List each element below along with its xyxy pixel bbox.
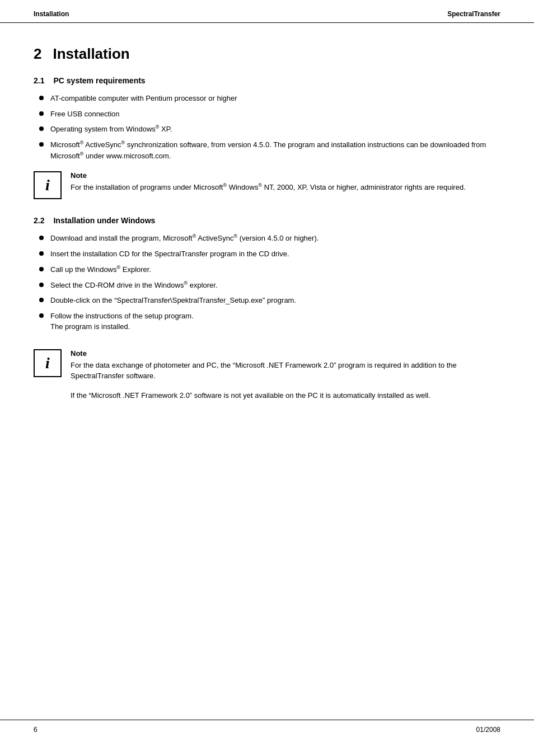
bullet-icon [39, 267, 44, 271]
note-2-text-2: If the “Microsoft .NET Framework 2.0” so… [71, 390, 500, 401]
bullet-icon [39, 126, 44, 131]
info-icon: i [34, 171, 62, 199]
header-left: Installation [34, 10, 69, 18]
bullet-icon [39, 298, 44, 302]
page: Installation SpectralTransfer 2Installat… [0, 0, 534, 756]
bullet-icon [39, 236, 44, 240]
bullet-text: AT-compatible computer with Pentium proc… [50, 93, 500, 104]
list-item: Insert the installation CD for the Spect… [39, 248, 500, 260]
list-item: Call up the Windows® Explorer. [39, 264, 500, 275]
section-2-1-title: 2.1PC system requirements [34, 76, 500, 85]
bullet-icon [39, 142, 44, 147]
section-2-2-title-text: Installation under Windows [53, 216, 155, 225]
bullet-text: Follow the instructions of the setup pro… [50, 311, 500, 332]
page-footer: 6 01/2008 [0, 720, 534, 739]
bullet-text: Microsoft® ActiveSync® synchronization s… [50, 139, 500, 162]
section-2-2-title: 2.2Installation under Windows [34, 216, 500, 225]
bullet-icon [39, 283, 44, 287]
list-item: Download and install the program, Micros… [39, 233, 500, 244]
bullet-text: Double-click on the “SpectralTransfer\Sp… [50, 295, 500, 306]
section-2-2-number: 2.2 [34, 216, 44, 225]
chapter-number: 2 [34, 45, 41, 62]
bullet-text: Download and install the program, Micros… [50, 233, 500, 244]
note-2-box: i Note For the data exchange of photomet… [34, 349, 500, 401]
list-item: Select the CD-ROM drive in the Windows® … [39, 280, 500, 291]
bullet-icon [39, 313, 44, 318]
section-2-1-title-text: PC system requirements [53, 76, 145, 85]
section-2-2-list: Download and install the program, Micros… [34, 233, 500, 332]
header-right: SpectralTransfer [447, 10, 500, 18]
list-item: Follow the instructions of the setup pro… [39, 311, 500, 332]
content-area: 2Installation 2.1PC system requirements … [0, 23, 534, 459]
note-2-text-1: For the data exchange of photometer and … [71, 360, 500, 382]
note-1-text: For the installation of programs under M… [71, 182, 500, 193]
list-item: Double-click on the “SpectralTransfer\Sp… [39, 295, 500, 306]
note-2-title: Note [71, 349, 500, 358]
bullet-icon [39, 111, 44, 116]
bullet-text: Select the CD-ROM drive in the Windows® … [50, 280, 500, 291]
list-item: Microsoft® ActiveSync® synchronization s… [39, 139, 500, 162]
chapter-title-text: Installation [53, 45, 129, 62]
section-2-1-number: 2.1 [34, 76, 44, 85]
page-header: Installation SpectralTransfer [0, 0, 534, 23]
bullet-text: Call up the Windows® Explorer. [50, 264, 500, 275]
section-2-1-list: AT-compatible computer with Pentium proc… [34, 93, 500, 161]
bullet-text: Free USB connection [50, 109, 500, 120]
note-1-content: Note For the installation of programs un… [71, 171, 500, 193]
note-1-title: Note [71, 171, 500, 180]
bullet-text: Insert the installation CD for the Spect… [50, 248, 500, 260]
note-2-content: Note For the data exchange of photometer… [71, 349, 500, 401]
chapter-title: 2Installation [34, 45, 500, 63]
bullet-icon [39, 96, 44, 100]
info-icon-2: i [34, 349, 62, 377]
footer-page-number: 6 [34, 726, 38, 734]
list-item: Free USB connection [39, 109, 500, 120]
note-1-box: i Note For the installation of programs … [34, 171, 500, 199]
list-item: Operating system from Windows® XP. [39, 124, 500, 135]
list-item: AT-compatible computer with Pentium proc… [39, 93, 500, 104]
footer-date: 01/2008 [476, 726, 500, 734]
bullet-icon [39, 251, 44, 256]
bullet-text: Operating system from Windows® XP. [50, 124, 500, 135]
